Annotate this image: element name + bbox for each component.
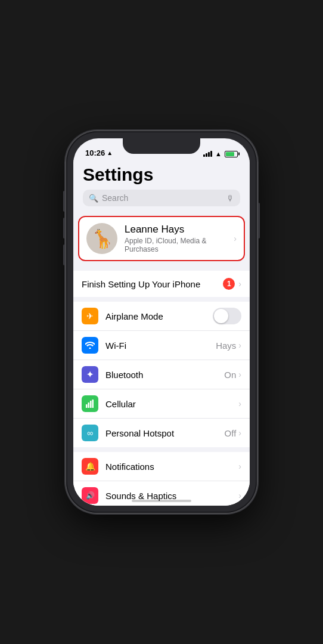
connectivity-section: ✈ Airplane Mode Wi-Fi Hays › [73, 302, 250, 447]
bluetooth-row[interactable]: ✦ Bluetooth On › [73, 360, 250, 389]
cellular-icon [82, 395, 98, 412]
notch [123, 138, 200, 154]
profile-section[interactable]: 🦒 Leanne Hays Apple ID, iCloud, Media & … [78, 216, 245, 261]
notifications-row[interactable]: 🔔 Notifications › [73, 452, 250, 481]
profile-name: Leanne Hays [125, 224, 226, 236]
phone-frame: 10:26 ▲ ▲ Settings [66, 131, 257, 513]
mic-icon: 🎙 [226, 194, 234, 203]
status-icons: ▲ [203, 150, 238, 157]
signal-bar-3 [208, 152, 210, 157]
finish-setup-label: Finish Setting Up Your iPhone [82, 279, 223, 289]
cellular-row[interactable]: Cellular › [73, 389, 250, 419]
profile-subtitle: Apple ID, iCloud, Media & Purchases [125, 237, 226, 253]
signal-bar-4 [210, 151, 212, 157]
search-bar[interactable]: 🔍 Search 🎙 [83, 190, 240, 206]
wifi-status-icon: ▲ [215, 150, 222, 157]
finish-setup-chevron: › [238, 279, 241, 289]
airplane-mode-toggle-thumb [214, 309, 228, 323]
phone-screen: 10:26 ▲ ▲ Settings [73, 138, 250, 506]
finish-setup-badge: 1 [223, 278, 235, 290]
page-title: Settings [83, 165, 240, 185]
notifications-icon: 🔔 [82, 458, 98, 475]
location-icon: ▲ [107, 150, 113, 156]
battery-fill [226, 152, 234, 156]
sounds-haptics-icon: 🔊 [82, 487, 98, 504]
svg-rect-2 [90, 401, 92, 408]
search-icon: 🔍 [89, 194, 98, 203]
wifi-label: Wi-Fi [105, 340, 216, 351]
profile-cell[interactable]: 🦒 Leanne Hays Apple ID, iCloud, Media & … [79, 217, 244, 260]
notifications-section: 🔔 Notifications › 🔊 Sounds & Haptics › [73, 452, 250, 506]
battery-icon [225, 151, 238, 157]
svg-rect-0 [86, 404, 88, 408]
screen-content: Settings 🔍 Search 🎙 🦒 Leanne Hays Apple … [73, 160, 250, 506]
airplane-mode-row[interactable]: ✈ Airplane Mode [73, 302, 250, 331]
wifi-icon [82, 337, 98, 354]
wifi-row[interactable]: Wi-Fi Hays › [73, 331, 250, 360]
bluetooth-chevron: › [238, 370, 241, 379]
signal-bar-2 [206, 153, 207, 157]
home-indicator [132, 500, 191, 502]
airplane-mode-label: Airplane Mode [105, 311, 213, 321]
bluetooth-icon: ✦ [82, 366, 98, 383]
wifi-chevron: › [238, 340, 241, 350]
sounds-haptics-chevron: › [238, 491, 241, 500]
status-time: 10:26 [85, 148, 105, 157]
svg-rect-3 [92, 400, 94, 408]
personal-hotspot-chevron: › [238, 428, 241, 438]
finish-setup-row[interactable]: Finish Setting Up Your iPhone 1 › [73, 271, 250, 297]
svg-rect-1 [88, 402, 90, 408]
settings-header: Settings 🔍 Search 🎙 [73, 160, 250, 211]
bluetooth-value: On [224, 370, 236, 380]
bluetooth-label: Bluetooth [105, 370, 224, 380]
cellular-chevron: › [238, 399, 241, 408]
search-placeholder-text: Search [102, 193, 223, 203]
profile-chevron: › [234, 234, 237, 243]
avatar: 🦒 [86, 223, 117, 254]
separator-1 [73, 266, 250, 271]
separator-3 [73, 447, 250, 452]
notifications-chevron: › [238, 462, 241, 471]
cellular-label: Cellular [105, 399, 238, 409]
signal-bar-1 [203, 154, 205, 157]
finish-setup-section: Finish Setting Up Your iPhone 1 › [73, 271, 250, 297]
personal-hotspot-icon: ∞ [82, 425, 98, 441]
profile-info: Leanne Hays Apple ID, iCloud, Media & Pu… [125, 224, 226, 253]
sounds-haptics-label: Sounds & Haptics [105, 491, 238, 501]
airplane-mode-icon: ✈ [82, 308, 98, 324]
wifi-value: Hays [216, 340, 236, 351]
personal-hotspot-row[interactable]: ∞ Personal Hotspot Off › [73, 419, 250, 447]
signal-bars [203, 151, 212, 157]
separator-2 [73, 297, 250, 302]
notifications-label: Notifications [105, 462, 238, 472]
personal-hotspot-value: Off [225, 428, 237, 438]
personal-hotspot-label: Personal Hotspot [105, 428, 225, 438]
airplane-mode-toggle[interactable] [213, 308, 241, 324]
